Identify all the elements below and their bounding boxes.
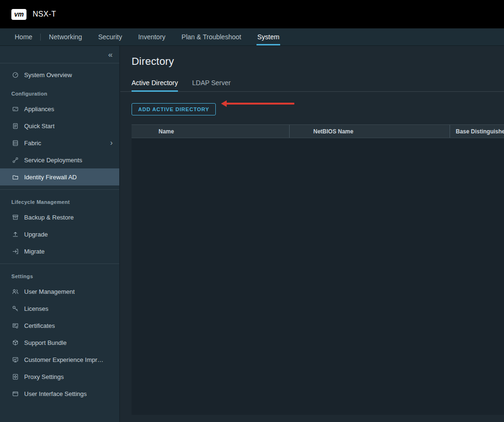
primary-nav: Home Networking Security Inventory Plan … — [0, 28, 504, 46]
sidebar-group-overview: System Overview Configuration Appliances… — [0, 63, 119, 185]
action-row: ADD ACTIVE DIRECTORY — [120, 92, 504, 115]
sidebar-item-label: User Interface Settings — [24, 390, 87, 397]
identity-firewall-ad-icon — [11, 173, 19, 181]
sidebar-item-label: Upgrade — [24, 231, 48, 238]
tab-ldap-server[interactable]: LDAP Server — [192, 76, 230, 91]
sidebar-item-upgrade[interactable]: Upgrade — [0, 226, 119, 243]
nav-item-plan-troubleshoot[interactable]: Plan & Troubleshoot — [174, 28, 249, 45]
nav-item-inventory[interactable]: Inventory — [130, 28, 174, 45]
table-header-select — [132, 125, 159, 138]
sidebar-item-fabric[interactable]: Fabric › — [0, 134, 119, 151]
licenses-icon — [11, 305, 19, 312]
sidebar-item-label: Support Bundle — [24, 339, 67, 346]
sidebar-item-label: Appliances — [24, 106, 54, 113]
table-body-empty — [132, 138, 504, 415]
service-deployments-icon — [11, 156, 19, 164]
user-interface-settings-icon — [11, 390, 19, 397]
sidebar: « System Overview Configuration Applianc… — [0, 46, 120, 422]
sidebar-item-support-bundle[interactable]: Support Bundle — [0, 334, 119, 351]
table-header-name[interactable]: Name — [159, 125, 289, 138]
upgrade-icon — [11, 230, 19, 238]
sidebar-item-user-management[interactable]: User Management — [0, 283, 119, 300]
sidebar-group-settings: Settings User Management Licenses Certif… — [0, 264, 119, 402]
nav-item-security[interactable]: Security — [90, 28, 130, 45]
sidebar-item-backup-restore[interactable]: Backup & Restore — [0, 209, 119, 226]
sidebar-item-user-interface-settings[interactable]: User Interface Settings — [0, 385, 119, 402]
user-management-icon — [11, 288, 19, 295]
section-header-configuration: Configuration — [0, 83, 119, 100]
directory-tabs: Active Directory LDAP Server — [120, 76, 504, 92]
active-directory-table: Name NetBIOS Name Base Distinguished — [132, 124, 504, 415]
migrate-icon — [11, 247, 19, 255]
product-title: NSX-T — [33, 10, 56, 18]
sidebar-item-label: Certificates — [24, 322, 55, 329]
sidebar-collapse-row: « — [0, 46, 119, 63]
customer-experience-icon — [11, 356, 19, 363]
sidebar-item-label: Fabric — [24, 140, 41, 147]
sidebar-item-label: Proxy Settings — [24, 373, 64, 380]
sidebar-item-proxy-settings[interactable]: Proxy Settings — [0, 368, 119, 385]
top-bar: vm NSX-T — [0, 0, 504, 28]
sidebar-item-appliances[interactable]: Appliances — [0, 100, 119, 117]
fabric-icon — [11, 139, 19, 147]
page-title: Directory — [120, 46, 504, 68]
vmware-logo: vm — [11, 9, 27, 20]
section-header-lifecycle-management: Lifecycle Management — [0, 192, 119, 209]
appliances-icon — [11, 105, 19, 113]
table-header-netbios-name[interactable]: NetBIOS Name — [289, 125, 450, 138]
proxy-settings-icon — [11, 373, 19, 380]
section-header-settings: Settings — [0, 266, 119, 283]
sidebar-item-migrate[interactable]: Migrate — [0, 243, 119, 260]
sidebar-item-identity-firewall-ad[interactable]: Identity Firewall AD — [0, 168, 119, 185]
chevron-right-icon: › — [110, 139, 113, 147]
sidebar-item-label: Migrate — [24, 248, 44, 255]
sidebar-item-label: Backup & Restore — [24, 214, 74, 221]
sidebar-item-label: Service Deployments — [24, 157, 82, 164]
sidebar-item-label: Identity Firewall AD — [24, 174, 77, 181]
system-overview-icon — [11, 71, 19, 79]
sidebar-item-label: Licenses — [24, 305, 48, 312]
sidebar-item-service-deployments[interactable]: Service Deployments — [0, 151, 119, 168]
sidebar-item-label: Customer Experience Impr… — [24, 356, 104, 363]
tab-active-directory[interactable]: Active Directory — [132, 76, 178, 91]
table-header-base-distinguished[interactable]: Base Distinguished — [450, 125, 504, 138]
sidebar-item-customer-experience[interactable]: Customer Experience Impr… — [0, 351, 119, 368]
sidebar-item-system-overview[interactable]: System Overview — [0, 66, 119, 83]
add-active-directory-button[interactable]: ADD ACTIVE DIRECTORY — [132, 103, 216, 115]
backup-restore-icon — [11, 213, 19, 221]
main-content: Directory Active Directory LDAP Server A… — [120, 46, 504, 422]
nav-item-system[interactable]: System — [249, 28, 288, 45]
sidebar-item-licenses[interactable]: Licenses — [0, 300, 119, 317]
nav-item-home[interactable]: Home — [7, 28, 40, 45]
sidebar-item-quick-start[interactable]: Quick Start — [0, 117, 119, 134]
nav-item-networking[interactable]: Networking — [41, 28, 90, 45]
sidebar-item-label: System Overview — [24, 71, 72, 79]
sidebar-item-certificates[interactable]: Certificates — [0, 317, 119, 334]
collapse-sidebar-icon[interactable]: « — [108, 51, 113, 59]
support-bundle-icon — [11, 339, 19, 346]
sidebar-item-label: Quick Start — [24, 123, 54, 130]
sidebar-group-lifecycle: Lifecycle Management Backup & Restore Up… — [0, 189, 119, 260]
table-header-row: Name NetBIOS Name Base Distinguished — [132, 124, 504, 138]
certificates-icon — [11, 322, 19, 329]
quick-start-icon — [11, 122, 19, 130]
sidebar-item-label: User Management — [24, 288, 75, 295]
